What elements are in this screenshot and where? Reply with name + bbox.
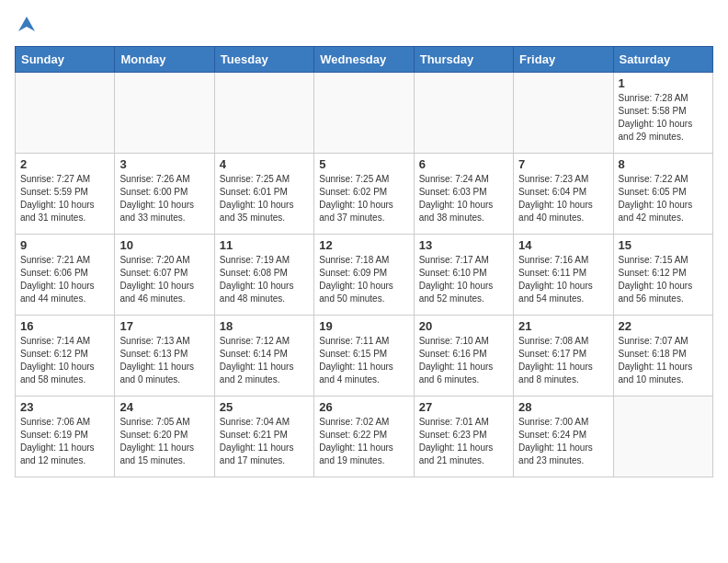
day-number: 5 bbox=[319, 157, 408, 171]
week-row-3: 9Sunrise: 7:21 AM Sunset: 6:06 PM Daylig… bbox=[16, 235, 713, 316]
calendar-cell: 25Sunrise: 7:04 AM Sunset: 6:21 PM Dayli… bbox=[214, 396, 313, 477]
day-info: Sunrise: 7:01 AM Sunset: 6:23 PM Dayligh… bbox=[419, 416, 508, 467]
day-info: Sunrise: 7:17 AM Sunset: 6:10 PM Dayligh… bbox=[419, 254, 508, 305]
calendar-header-sunday: Sunday bbox=[16, 47, 115, 73]
day-info: Sunrise: 7:04 AM Sunset: 6:21 PM Dayligh… bbox=[220, 416, 309, 467]
day-number: 18 bbox=[220, 319, 309, 333]
day-number: 13 bbox=[419, 238, 508, 252]
day-info: Sunrise: 7:08 AM Sunset: 6:17 PM Dayligh… bbox=[518, 335, 608, 386]
logo-bird-icon bbox=[17, 15, 37, 39]
day-number: 2 bbox=[20, 157, 109, 171]
day-number: 12 bbox=[319, 238, 408, 252]
calendar-cell: 15Sunrise: 7:15 AM Sunset: 6:12 PM Dayli… bbox=[613, 235, 712, 316]
calendar-cell: 28Sunrise: 7:00 AM Sunset: 6:24 PM Dayli… bbox=[514, 396, 613, 477]
week-row-5: 23Sunrise: 7:06 AM Sunset: 6:19 PM Dayli… bbox=[16, 396, 713, 477]
calendar-cell: 24Sunrise: 7:05 AM Sunset: 6:20 PM Dayli… bbox=[115, 396, 214, 477]
day-info: Sunrise: 7:27 AM Sunset: 5:59 PM Dayligh… bbox=[20, 173, 109, 224]
day-number: 22 bbox=[619, 319, 708, 333]
day-number: 26 bbox=[319, 400, 408, 414]
day-number: 14 bbox=[518, 238, 608, 252]
day-info: Sunrise: 7:02 AM Sunset: 6:22 PM Dayligh… bbox=[319, 416, 408, 467]
calendar-cell: 12Sunrise: 7:18 AM Sunset: 6:09 PM Dayli… bbox=[314, 235, 414, 316]
day-info: Sunrise: 7:25 AM Sunset: 6:01 PM Dayligh… bbox=[220, 173, 309, 224]
calendar-cell: 20Sunrise: 7:10 AM Sunset: 6:16 PM Dayli… bbox=[414, 316, 513, 396]
day-info: Sunrise: 7:23 AM Sunset: 6:04 PM Dayligh… bbox=[518, 173, 608, 224]
day-number: 10 bbox=[119, 238, 209, 252]
day-number: 6 bbox=[419, 157, 508, 171]
calendar-cell bbox=[214, 73, 313, 154]
calendar-cell bbox=[314, 73, 414, 154]
day-number: 17 bbox=[119, 319, 209, 333]
day-info: Sunrise: 7:22 AM Sunset: 6:05 PM Dayligh… bbox=[619, 173, 708, 224]
calendar-cell: 5Sunrise: 7:25 AM Sunset: 6:02 PM Daylig… bbox=[314, 154, 414, 235]
day-number: 19 bbox=[319, 319, 408, 333]
day-number: 9 bbox=[20, 238, 109, 252]
calendar-cell: 11Sunrise: 7:19 AM Sunset: 6:08 PM Dayli… bbox=[214, 235, 313, 316]
day-info: Sunrise: 7:15 AM Sunset: 6:12 PM Dayligh… bbox=[619, 254, 708, 305]
calendar-cell: 6Sunrise: 7:24 AM Sunset: 6:03 PM Daylig… bbox=[414, 154, 513, 235]
calendar-cell: 4Sunrise: 7:25 AM Sunset: 6:01 PM Daylig… bbox=[214, 154, 313, 235]
calendar-cell bbox=[514, 73, 613, 154]
day-info: Sunrise: 7:05 AM Sunset: 6:20 PM Dayligh… bbox=[119, 416, 209, 467]
calendar-cell: 14Sunrise: 7:16 AM Sunset: 6:11 PM Dayli… bbox=[514, 235, 613, 316]
day-number: 21 bbox=[518, 319, 608, 333]
calendar-cell: 13Sunrise: 7:17 AM Sunset: 6:10 PM Dayli… bbox=[414, 235, 513, 316]
day-number: 1 bbox=[619, 76, 708, 90]
day-number: 25 bbox=[220, 400, 309, 414]
week-row-4: 16Sunrise: 7:14 AM Sunset: 6:12 PM Dayli… bbox=[16, 316, 713, 396]
calendar-cell: 26Sunrise: 7:02 AM Sunset: 6:22 PM Dayli… bbox=[314, 396, 414, 477]
calendar-header-tuesday: Tuesday bbox=[214, 47, 313, 73]
day-number: 27 bbox=[419, 400, 508, 414]
day-info: Sunrise: 7:00 AM Sunset: 6:24 PM Dayligh… bbox=[518, 416, 608, 467]
calendar-cell: 27Sunrise: 7:01 AM Sunset: 6:23 PM Dayli… bbox=[414, 396, 513, 477]
day-number: 4 bbox=[220, 157, 309, 171]
week-row-2: 2Sunrise: 7:27 AM Sunset: 5:59 PM Daylig… bbox=[16, 154, 713, 235]
calendar-cell: 19Sunrise: 7:11 AM Sunset: 6:15 PM Dayli… bbox=[314, 316, 414, 396]
svg-marker-0 bbox=[18, 17, 35, 31]
calendar-cell bbox=[115, 73, 214, 154]
day-info: Sunrise: 7:10 AM Sunset: 6:16 PM Dayligh… bbox=[419, 335, 508, 386]
day-number: 23 bbox=[20, 400, 109, 414]
calendar-cell: 2Sunrise: 7:27 AM Sunset: 5:59 PM Daylig… bbox=[16, 154, 115, 235]
calendar-cell: 1Sunrise: 7:28 AM Sunset: 5:58 PM Daylig… bbox=[613, 73, 712, 154]
day-info: Sunrise: 7:12 AM Sunset: 6:14 PM Dayligh… bbox=[220, 335, 309, 386]
calendar-cell bbox=[414, 73, 513, 154]
calendar-cell: 22Sunrise: 7:07 AM Sunset: 6:18 PM Dayli… bbox=[613, 316, 712, 396]
day-info: Sunrise: 7:06 AM Sunset: 6:19 PM Dayligh… bbox=[20, 416, 109, 467]
calendar-cell: 16Sunrise: 7:14 AM Sunset: 6:12 PM Dayli… bbox=[16, 316, 115, 396]
calendar-header-saturday: Saturday bbox=[613, 47, 712, 73]
day-info: Sunrise: 7:11 AM Sunset: 6:15 PM Dayligh… bbox=[319, 335, 408, 386]
calendar-header-wednesday: Wednesday bbox=[314, 47, 414, 73]
day-number: 28 bbox=[518, 400, 608, 414]
day-number: 8 bbox=[619, 157, 708, 171]
day-number: 15 bbox=[619, 238, 708, 252]
calendar-header-thursday: Thursday bbox=[414, 47, 513, 73]
calendar-header-monday: Monday bbox=[115, 47, 214, 73]
day-info: Sunrise: 7:24 AM Sunset: 6:03 PM Dayligh… bbox=[419, 173, 508, 224]
calendar-cell: 10Sunrise: 7:20 AM Sunset: 6:07 PM Dayli… bbox=[115, 235, 214, 316]
calendar-table: SundayMondayTuesdayWednesdayThursdayFrid… bbox=[15, 46, 713, 477]
calendar-cell bbox=[16, 73, 115, 154]
day-number: 7 bbox=[518, 157, 608, 171]
day-info: Sunrise: 7:26 AM Sunset: 6:00 PM Dayligh… bbox=[119, 173, 209, 224]
day-number: 11 bbox=[220, 238, 309, 252]
calendar-header-row: SundayMondayTuesdayWednesdayThursdayFrid… bbox=[16, 47, 713, 73]
calendar-cell: 21Sunrise: 7:08 AM Sunset: 6:17 PM Dayli… bbox=[514, 316, 613, 396]
day-number: 16 bbox=[20, 319, 109, 333]
day-number: 24 bbox=[119, 400, 209, 414]
calendar-header-friday: Friday bbox=[514, 47, 613, 73]
day-info: Sunrise: 7:20 AM Sunset: 6:07 PM Dayligh… bbox=[119, 254, 209, 305]
day-number: 20 bbox=[419, 319, 508, 333]
week-row-1: 1Sunrise: 7:28 AM Sunset: 5:58 PM Daylig… bbox=[16, 73, 713, 154]
logo bbox=[15, 15, 37, 39]
calendar-cell: 18Sunrise: 7:12 AM Sunset: 6:14 PM Dayli… bbox=[214, 316, 313, 396]
day-info: Sunrise: 7:13 AM Sunset: 6:13 PM Dayligh… bbox=[119, 335, 209, 386]
day-info: Sunrise: 7:14 AM Sunset: 6:12 PM Dayligh… bbox=[20, 335, 109, 386]
calendar-cell: 23Sunrise: 7:06 AM Sunset: 6:19 PM Dayli… bbox=[16, 396, 115, 477]
day-info: Sunrise: 7:19 AM Sunset: 6:08 PM Dayligh… bbox=[220, 254, 309, 305]
calendar-cell: 17Sunrise: 7:13 AM Sunset: 6:13 PM Dayli… bbox=[115, 316, 214, 396]
day-info: Sunrise: 7:07 AM Sunset: 6:18 PM Dayligh… bbox=[619, 335, 708, 386]
day-info: Sunrise: 7:21 AM Sunset: 6:06 PM Dayligh… bbox=[20, 254, 109, 305]
page-header bbox=[15, 15, 713, 39]
calendar-cell: 3Sunrise: 7:26 AM Sunset: 6:00 PM Daylig… bbox=[115, 154, 214, 235]
